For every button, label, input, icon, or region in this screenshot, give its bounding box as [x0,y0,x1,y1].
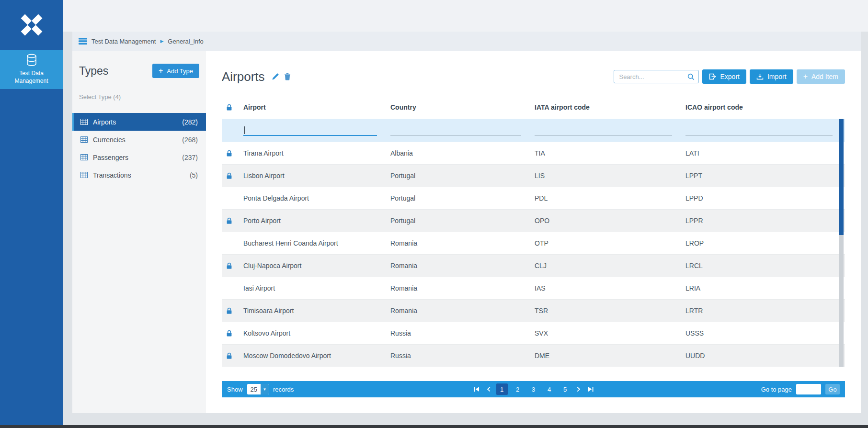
table-row[interactable]: Koltsovo Airport Russia SVX USSS [222,322,845,344]
search-box [614,70,699,83]
cell-icao: USSS [685,329,845,337]
lock-column-header-icon [226,104,232,111]
plus-icon: + [803,73,808,80]
table-row[interactable]: Bucharest Henri Coanda Airport Romania O… [222,232,845,254]
table-row[interactable]: Cluj-Napoca Airport Romania CLJ LRCL [222,254,845,277]
type-label: Transactions [93,171,131,179]
stacked-bars-icon [79,38,87,45]
page-numbers: 12345 [496,383,571,395]
trash-icon [284,73,291,80]
records-label: records [273,386,294,393]
cell-airport: Timisoara Airport [242,307,389,315]
page-button-3[interactable]: 3 [528,383,539,395]
type-item-transactions[interactable]: Transactions (5) [72,166,206,184]
column-header-country[interactable]: Country [389,103,534,111]
bottom-bar [0,425,868,428]
search-input[interactable] [619,73,685,80]
cell-airport: Porto Airport [242,217,389,225]
table-header-row: Airport Country IATA airport code ICAO a… [222,96,845,119]
page-size-select[interactable]: 25 ▼ [247,384,269,394]
chevron-right-icon [577,387,581,392]
edit-title-button[interactable] [272,73,279,80]
lock-icon [226,330,232,337]
cell-airport: Cluj-Napoca Airport [242,262,389,270]
table-row[interactable]: Porto Airport Portugal OPO LPPR [222,209,845,232]
column-header-icao[interactable]: ICAO airport code [685,103,845,111]
cell-airport: Lisbon Airport [242,172,389,180]
cell-iata: OTP [534,239,685,247]
sidebar-item-test-data-management[interactable]: Test Data Management [0,50,63,89]
table-row[interactable]: Lisbon Airport Portugal LIS LPPT [222,164,845,187]
cell-icao: LRCL [685,262,845,270]
cell-airport: Koltsovo Airport [242,329,389,337]
add-item-button[interactable]: + Add Item [797,69,845,84]
type-count: (5) [190,171,198,179]
lock-icon [226,172,232,180]
table-scrollbar-thumb[interactable] [839,119,844,235]
text-caret [244,126,245,134]
first-page-button[interactable] [472,387,481,392]
goto-page-input[interactable] [796,384,821,394]
x-logo-icon [18,11,46,39]
table-row[interactable]: Moscow Domodedovo Airport Russia DME UUD… [222,344,845,367]
breadcrumb-root[interactable]: Test Data Management [91,38,156,45]
cell-icao: LROP [685,239,845,247]
cell-country: Russia [389,329,534,337]
breadcrumb-current[interactable]: General_info [168,38,203,45]
import-button[interactable]: Import [750,69,793,84]
cell-icao: LATI [685,149,845,157]
type-item-airports[interactable]: Airports (282) [72,113,206,131]
types-panel-title: Types [79,65,108,78]
cell-iata: SVX [534,329,685,337]
cell-country: Romania [389,239,534,247]
column-header-airport[interactable]: Airport [242,103,389,111]
table-row[interactable]: Iasi Airport Romania IAS LRIA [222,277,845,299]
import-icon [756,73,764,80]
delete-type-button[interactable] [284,73,291,80]
filter-input-icao[interactable] [685,124,833,136]
filter-input-iata[interactable] [535,124,672,136]
table-grid-icon [80,172,88,178]
next-page-button[interactable] [575,387,582,392]
column-header-iata[interactable]: IATA airport code [534,103,685,111]
lock-icon [226,307,232,315]
search-icon [687,73,695,80]
table-row[interactable]: Tirana Airport Albania TIA LATI [222,142,845,164]
type-item-currencies[interactable]: Currencies (268) [72,131,206,148]
cell-iata: TSR [534,307,685,315]
add-item-label: Add Item [811,73,838,80]
export-button[interactable]: Export [702,69,746,84]
lock-icon [226,262,232,270]
add-type-button[interactable]: + Add Type [152,64,199,78]
export-icon [709,73,716,80]
cell-airport: Bucharest Henri Coanda Airport [242,239,389,247]
table-scrollbar[interactable] [839,119,844,367]
export-label: Export [720,73,739,80]
filter-input-airport[interactable] [243,124,377,136]
page-button-4[interactable]: 4 [544,383,555,395]
page-size-value: 25 [247,384,261,394]
import-label: Import [767,73,787,80]
show-label: Show [227,386,243,393]
table-body: Tirana Airport Albania TIA LATI Lisbon A… [222,142,845,367]
skip-first-icon [474,387,480,392]
cell-country: Romania [389,284,534,292]
page-button-5[interactable]: 5 [560,383,571,395]
last-page-button[interactable] [586,387,595,392]
cell-airport: Iasi Airport [242,284,389,292]
type-label: Airports [93,118,116,126]
app-logo [0,0,63,50]
filter-input-country[interactable] [390,124,521,136]
go-button[interactable]: Go [825,384,840,394]
prev-page-button[interactable] [485,387,492,392]
table-row[interactable]: Ponta Delgada Airport Portugal PDL LPPD [222,187,845,209]
page-button-2[interactable]: 2 [512,383,524,395]
top-strip [63,0,868,32]
table-row[interactable]: Timisoara Airport Romania TSR LRTR [222,299,845,322]
page-button-1[interactable]: 1 [496,383,508,395]
plus-icon: + [159,67,163,75]
type-item-passengers[interactable]: Passengers (237) [72,148,206,166]
table-grid-icon [80,154,88,160]
cell-country: Romania [389,262,534,270]
database-icon [26,54,37,67]
